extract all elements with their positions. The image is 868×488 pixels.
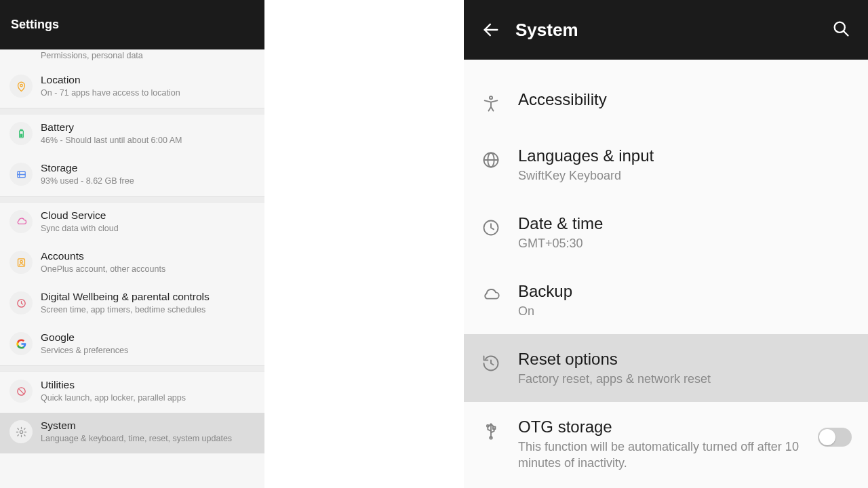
system-list: AccessibilityLanguages & inputSwiftKey K… — [464, 60, 868, 488]
settings-item[interactable]: GoogleServices & preferences — [0, 325, 264, 365]
item-subtitle: Services & preferences — [41, 345, 255, 356]
item-title: Accounts — [41, 249, 255, 263]
system-icon — [9, 420, 33, 443]
otg-toggle[interactable] — [818, 428, 852, 447]
svg-point-16 — [490, 96, 492, 99]
settings-item[interactable]: Cloud ServiceSync data with cloud — [0, 203, 264, 243]
back-arrow-icon — [481, 20, 500, 39]
svg-line-15 — [844, 31, 848, 36]
item-title: Accessibility — [518, 89, 856, 110]
item-subtitle: On — [518, 303, 856, 319]
globe-icon — [479, 148, 503, 172]
battery-icon — [9, 122, 33, 145]
system-header: System — [464, 0, 868, 60]
item-title: Google — [41, 331, 255, 344]
search-icon — [831, 19, 850, 38]
item-title: Date & time — [518, 214, 856, 234]
settings-item[interactable]: Digital Wellbeing & parental controlsScr… — [0, 284, 264, 325]
item-subtitle: On - 71 apps have access to location — [41, 87, 255, 98]
svg-point-12 — [20, 430, 22, 433]
accessibility-icon — [479, 92, 503, 116]
item-title: Digital Wellbeing & parental controls — [41, 290, 255, 304]
item-subtitle: Sync data with cloud — [41, 223, 255, 234]
svg-point-8 — [20, 260, 22, 263]
svg-rect-2 — [20, 129, 22, 130]
settings-item[interactable]: SystemLanguage & keyboard, time, reset, … — [0, 413, 264, 453]
storage-icon — [9, 163, 33, 186]
item-title: Battery — [41, 121, 255, 134]
svg-line-11 — [19, 389, 23, 393]
item-subtitle: 46% - Should last until about 6:00 AM — [41, 135, 255, 146]
settings-list: Permissions, personal dataLocationOn - 7… — [0, 49, 264, 488]
item-subtitle: GMT+05:30 — [518, 235, 856, 251]
settings-item[interactable]: Storage93% used - 8.62 GB free — [0, 155, 264, 196]
settings-item[interactable]: LocationOn - 71 apps have access to loca… — [0, 67, 264, 108]
item-subtitle: 93% used - 8.62 GB free — [41, 176, 255, 186]
system-item[interactable]: Reset optionsFactory reset, apps & netwo… — [464, 334, 868, 402]
system-item[interactable]: Date & timeGMT+05:30 — [464, 199, 868, 266]
system-item[interactable]: BackupOn — [464, 266, 868, 334]
item-title: Storage — [41, 161, 255, 175]
item-subtitle: SwiftKey Keyboard — [518, 167, 856, 184]
item-title: Utilities — [41, 378, 255, 392]
system-pane: System AccessibilityLanguages & inputSwi… — [464, 0, 868, 488]
item-title: Cloud Service — [41, 209, 255, 222]
system-title: System — [515, 20, 827, 41]
settings-item[interactable]: Permissions, personal data — [0, 49, 264, 67]
system-item[interactable]: Accessibility — [464, 75, 868, 131]
svg-point-24 — [487, 425, 489, 427]
item-title: Reset options — [518, 349, 856, 369]
svg-rect-23 — [493, 427, 496, 430]
system-item[interactable]: OTG storageThis function will be automat… — [464, 402, 868, 486]
item-title: System — [41, 419, 255, 432]
item-subtitle: This function will be automatically turn… — [518, 439, 818, 471]
utilities-icon — [9, 380, 33, 403]
settings-item[interactable]: Battery46% - Should last until about 6:0… — [0, 115, 264, 155]
settings-item[interactable]: UtilitiesQuick launch, app locker, paral… — [0, 372, 264, 413]
item-subtitle: Language & keyboard, time, reset, system… — [41, 433, 255, 444]
section-divider — [0, 365, 264, 372]
item-subtitle: Quick launch, app locker, parallel apps — [41, 392, 255, 403]
usb-icon — [479, 419, 503, 443]
back-button[interactable] — [477, 20, 505, 39]
item-title: Backup — [518, 281, 856, 302]
settings-header: Settings — [0, 0, 264, 49]
settings-title: Settings — [11, 18, 59, 32]
cloud-icon — [9, 210, 33, 233]
svg-rect-3 — [20, 134, 22, 137]
section-divider — [0, 108, 264, 115]
settings-pane: Settings Permissions, personal dataLocat… — [0, 0, 264, 488]
section-divider — [0, 196, 264, 203]
pane-gap — [264, 0, 464, 488]
account-icon — [9, 251, 33, 274]
item-title: OTG storage — [518, 417, 818, 437]
wellbeing-icon — [9, 291, 33, 314]
item-subtitle: Screen time, app timers, bedtime schedul… — [41, 304, 255, 315]
item-subtitle: Factory reset, apps & network reset — [518, 371, 856, 387]
settings-item[interactable]: AccountsOnePlus account, other accounts — [0, 243, 264, 284]
svg-point-0 — [20, 84, 22, 87]
google-icon — [9, 332, 33, 355]
restore-icon — [479, 351, 503, 375]
system-item[interactable]: Languages & inputSwiftKey Keyboard — [464, 131, 868, 199]
item-title: Location — [41, 73, 255, 87]
item-title: Languages & input — [518, 146, 856, 166]
location-icon — [9, 75, 33, 98]
cloud-icon — [479, 283, 503, 308]
clock-icon — [479, 216, 503, 240]
search-button[interactable] — [827, 15, 854, 45]
item-subtitle: OnePlus account, other accounts — [41, 264, 255, 274]
item-subtitle: Permissions, personal data — [41, 50, 255, 61]
